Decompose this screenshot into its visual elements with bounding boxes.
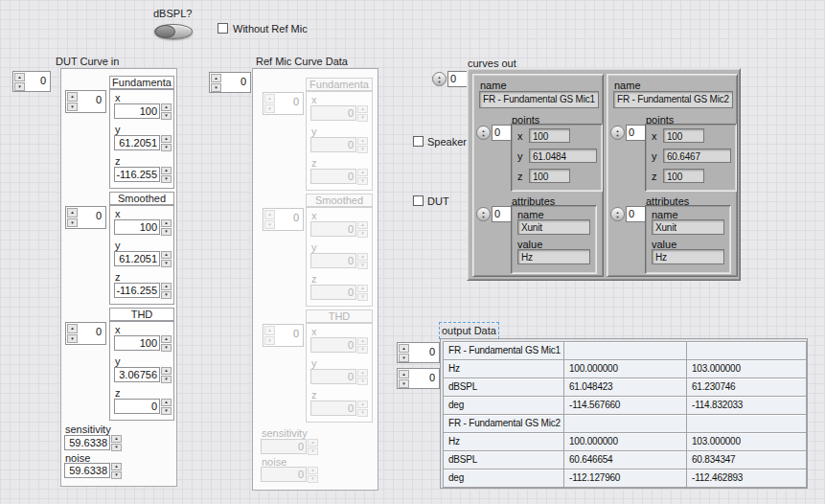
spinner-arrows-icon[interactable]	[399, 344, 409, 361]
spinner-arrows-icon	[264, 94, 275, 113]
x-field[interactable]: 100	[114, 103, 172, 119]
curves-out-index-spinner[interactable]: 0	[432, 71, 468, 87]
spinner-arrows-icon	[264, 326, 275, 345]
spinner-arrows-icon[interactable]	[161, 219, 172, 235]
table-row-label: dBSPL	[444, 378, 563, 396]
points-index-value[interactable]: 0	[626, 125, 646, 141]
noise-field[interactable]: 59.6338	[64, 463, 122, 478]
dut-array-index-value[interactable]: 0	[26, 73, 49, 90]
y-field[interactable]: 3.06756	[114, 367, 172, 382]
output-data-index2-spinner[interactable]: 0	[397, 368, 440, 389]
y-value[interactable]: 3.06756	[114, 367, 160, 382]
z-indicator: 100	[663, 169, 704, 183]
x-value[interactable]: 100	[114, 335, 160, 351]
x-label: x	[652, 130, 657, 142]
x-value: 0	[310, 221, 356, 237]
noise-value: 0	[261, 467, 307, 482]
y-field[interactable]: 61.2051	[114, 251, 172, 266]
round-spinner-arrows-icon[interactable]	[610, 126, 625, 140]
output-data-title[interactable]: output Data	[442, 325, 496, 336]
index-value[interactable]: 0	[79, 208, 104, 227]
round-spinner-arrows-icon[interactable]	[432, 72, 447, 86]
spinner-arrows-icon[interactable]	[161, 399, 172, 414]
x-value[interactable]: 100	[114, 219, 160, 235]
output-data-index2-value[interactable]: 0	[410, 370, 438, 387]
y-field[interactable]: 61.2051	[114, 135, 172, 150]
curves-out-index-value[interactable]: 0	[447, 71, 468, 87]
attributes-index-value[interactable]: 0	[492, 206, 512, 222]
sensitivity-value[interactable]: 59.6338	[64, 435, 110, 450]
spinner-arrows-icon[interactable]	[14, 73, 25, 90]
output-data-table: FR - Fundamental GS Mic1 Hz 100.000000 1…	[440, 338, 808, 489]
spinner-arrows-icon[interactable]	[67, 324, 78, 343]
spinner-arrows-icon[interactable]	[161, 135, 172, 150]
without-ref-mic-checkbox[interactable]	[218, 23, 228, 34]
y-value[interactable]: 61.2051	[114, 251, 160, 266]
speaker-checkbox[interactable]	[413, 136, 424, 147]
spinner-arrows-icon[interactable]	[111, 435, 122, 450]
y-value[interactable]: 61.2051	[114, 135, 160, 150]
z-value[interactable]: -116.255	[114, 283, 160, 298]
table-cell	[687, 342, 806, 359]
dut-checkbox[interactable]	[413, 195, 424, 206]
attributes-index-spinner[interactable]: 0	[610, 206, 646, 222]
spinner-arrows-icon[interactable]	[161, 367, 172, 382]
ref-array-index-spinner[interactable]: 0	[209, 72, 251, 93]
y-indicator: 61.0484	[529, 149, 597, 163]
attr-value-indicator: Hz	[517, 249, 590, 264]
round-spinner-arrows-icon[interactable]	[610, 207, 625, 221]
output-data-index1-value[interactable]: 0	[410, 344, 438, 361]
z-value[interactable]: 0	[114, 399, 160, 414]
spinner-arrows-icon[interactable]	[161, 167, 172, 182]
spinner-arrows-icon[interactable]	[67, 208, 78, 227]
y-label: y	[115, 240, 121, 251]
ref-array-index-value[interactable]: 0	[222, 74, 249, 91]
dut-smoothed-index-spinner[interactable]: 0	[65, 206, 106, 229]
curves-out-array-panel: name FR - Fundamental GS Mic1 points 0 x…	[467, 68, 741, 281]
spinner-arrows-icon[interactable]	[161, 103, 172, 119]
z-field: 0	[310, 169, 368, 184]
round-spinner-arrows-icon[interactable]	[476, 126, 491, 140]
round-spinner-arrows-icon[interactable]	[476, 207, 491, 221]
z-label: z	[311, 273, 317, 285]
z-value: 0	[310, 169, 356, 184]
z-field[interactable]: 0	[114, 399, 172, 414]
spinner-arrows-icon	[357, 401, 368, 416]
spinner-arrows-icon[interactable]	[161, 283, 172, 298]
switch-knob[interactable]	[155, 25, 175, 38]
output-data-index1-spinner[interactable]: 0	[397, 342, 440, 363]
x-field[interactable]: 100	[114, 219, 172, 235]
spinner-arrows-icon[interactable]	[161, 251, 172, 266]
x-field[interactable]: 100	[114, 335, 172, 351]
z-value[interactable]: -116.255	[114, 167, 160, 182]
sensitivity-field: 0	[261, 439, 318, 454]
attributes-index-spinner[interactable]: 0	[476, 206, 512, 222]
dut-thd-index-spinner[interactable]: 0	[65, 322, 106, 345]
sensitivity-field[interactable]: 59.6338	[64, 435, 122, 450]
x-value[interactable]: 100	[114, 103, 160, 119]
points-index-spinner[interactable]: 0	[610, 125, 646, 141]
dbspl-toggle-switch[interactable]	[154, 24, 193, 39]
ref-smoothed-xyz-cluster: x 0 y 0 z 0	[306, 207, 373, 307]
attributes-index-value[interactable]: 0	[626, 206, 646, 222]
attributes-cluster: name Xunit value Hz	[511, 205, 597, 274]
x-field: 0	[310, 337, 368, 353]
points-index-spinner[interactable]: 0	[476, 125, 512, 141]
dut-fundamental-index-spinner[interactable]: 0	[65, 90, 106, 113]
spinner-arrows-icon[interactable]	[399, 370, 409, 387]
index-value[interactable]: 0	[79, 324, 104, 343]
ref-thd-header: THD	[306, 309, 373, 323]
z-field[interactable]: -116.255	[114, 167, 172, 182]
without-ref-mic-label: Without Ref Mic	[233, 23, 308, 34]
dut-array-index-spinner[interactable]: 0	[12, 71, 51, 92]
spinner-arrows-icon[interactable]	[161, 335, 172, 351]
z-field[interactable]: -116.255	[114, 283, 172, 298]
points-index-value[interactable]: 0	[492, 125, 512, 141]
index-value[interactable]: 0	[79, 92, 104, 111]
noise-value[interactable]: 59.6338	[64, 463, 110, 478]
spinner-arrows-icon[interactable]	[211, 74, 221, 91]
table-cell	[687, 415, 806, 432]
y-value: 0	[310, 253, 356, 268]
spinner-arrows-icon[interactable]	[111, 463, 122, 478]
spinner-arrows-icon[interactable]	[67, 92, 78, 111]
